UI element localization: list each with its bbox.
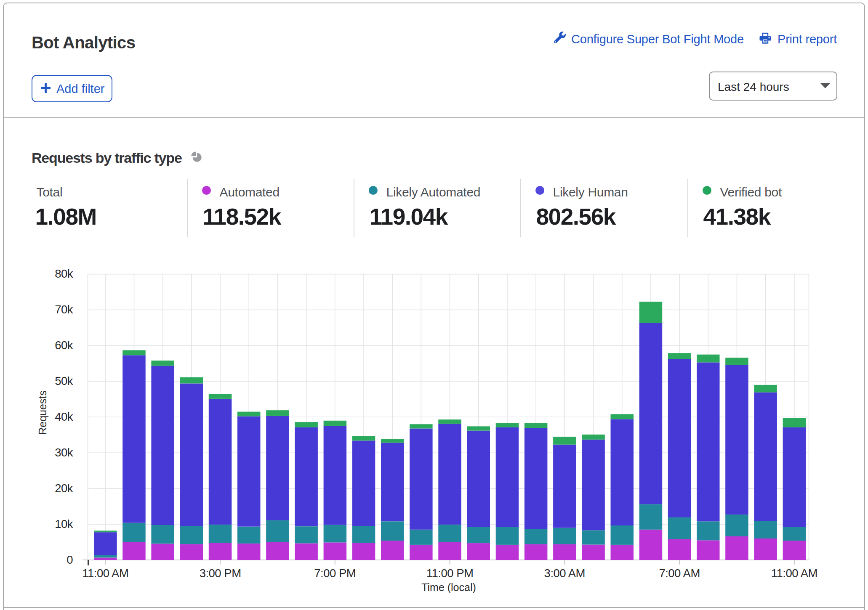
svg-text:Time (local): Time (local) <box>421 581 476 593</box>
svg-text:30k: 30k <box>55 446 73 459</box>
svg-text:60k: 60k <box>55 339 73 352</box>
svg-text:7:00 PM: 7:00 PM <box>314 567 356 580</box>
svg-text:40k: 40k <box>55 410 73 423</box>
svg-text:50k: 50k <box>55 374 73 387</box>
svg-text:3:00 AM: 3:00 AM <box>544 567 585 580</box>
svg-text:11:00 PM: 11:00 PM <box>426 567 474 580</box>
svg-text:11:00 AM: 11:00 AM <box>82 567 128 580</box>
svg-text:11:00 AM: 11:00 AM <box>771 567 817 580</box>
svg-text:80k: 80k <box>55 267 73 280</box>
svg-text:0: 0 <box>67 553 73 566</box>
svg-text:3:00 PM: 3:00 PM <box>200 567 241 580</box>
svg-text:7:00 AM: 7:00 AM <box>659 567 700 580</box>
svg-text:10k: 10k <box>55 517 73 530</box>
svg-text:Requests: Requests <box>37 390 48 435</box>
svg-text:70k: 70k <box>55 303 73 316</box>
svg-text:20k: 20k <box>55 482 73 495</box>
